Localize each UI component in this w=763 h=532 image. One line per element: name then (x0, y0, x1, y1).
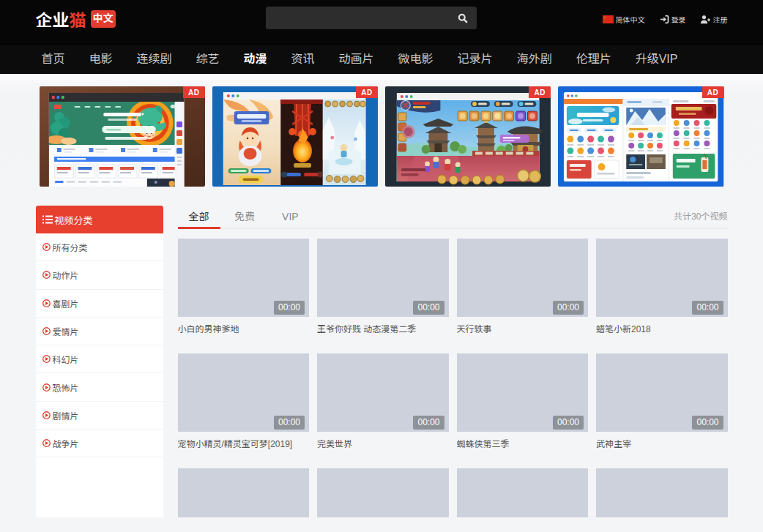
video-card[interactable]: 00:00 王爷你好贱 动态漫第二季 (317, 239, 449, 336)
main-nav: 首页 电影 连续剧 综艺 动漫 资讯 动画片 微电影 记录片 海外剧 伦理片 升… (0, 44, 763, 74)
video-title: 宠物小精灵/精灵宝可梦[2019] (178, 438, 310, 451)
video-thumbnail (178, 468, 310, 517)
ad-banner-2[interactable]: AD (212, 86, 378, 187)
video-thumbnail (596, 468, 728, 517)
tab-vip[interactable]: VIP (269, 206, 311, 229)
category-all[interactable]: 所有分类 (36, 233, 163, 261)
video-thumbnail: 00:00 (178, 353, 310, 432)
duration-badge: 00:00 (274, 416, 305, 430)
search-icon (458, 13, 468, 23)
nav-item-variety[interactable]: 综艺 (184, 45, 231, 74)
video-thumbnail (317, 468, 449, 517)
play-circle-icon (42, 271, 51, 279)
ad-banner-1-artwork (40, 86, 205, 187)
duration-badge: 00:00 (692, 416, 723, 430)
category-horror[interactable]: 恐怖片 (36, 373, 163, 401)
duration-badge: 00:00 (413, 416, 444, 430)
video-title: 蜘蛛侠第三季 (457, 438, 589, 451)
sign-in-icon (660, 15, 669, 24)
ad-banner-row: AD (36, 86, 728, 187)
video-card[interactable] (178, 468, 310, 517)
list-icon (42, 215, 53, 224)
video-thumbnail: 00:00 (596, 353, 728, 432)
sidebar-title: 视频分类 (55, 213, 93, 227)
category-war[interactable]: 战争片 (36, 430, 163, 457)
nav-item-documentary[interactable]: 记录片 (445, 45, 505, 74)
category-scifi[interactable]: 科幻片 (36, 345, 163, 373)
logo-text: 企业猫 (36, 7, 86, 31)
video-list-panel: 全部 免费 VIP 共计30个视频 00:00 小白的男神爹地 00:00 王爷… (178, 206, 728, 517)
video-thumbnail: 00:00 (317, 239, 449, 317)
duration-badge: 00:00 (553, 416, 584, 430)
content-area: 视频分类 所有分类 动作片 喜剧片 爱情片 科幻片 (36, 206, 728, 517)
filter-tabs: 全部 免费 VIP 共计30个视频 (178, 206, 728, 229)
ad-label: AD (702, 86, 724, 98)
video-count: 共计30个视频 (674, 206, 727, 228)
play-circle-icon (42, 327, 51, 335)
duration-badge: 00:00 (692, 301, 723, 315)
ad-banner-2-artwork (212, 86, 378, 187)
video-thumbnail (457, 468, 589, 517)
nav-item-overseas[interactable]: 海外剧 (505, 45, 564, 74)
login-link[interactable]: 登录 (660, 14, 686, 25)
video-card[interactable]: 00:00 蜡笔小新2018 (596, 239, 728, 336)
video-card[interactable]: 00:00 完美世界 (317, 353, 449, 451)
duration-badge: 00:00 (553, 301, 584, 315)
nav-list: 首页 电影 连续剧 综艺 动漫 资讯 动画片 微电影 记录片 海外剧 伦理片 升… (29, 45, 728, 74)
duration-badge: 00:00 (274, 301, 305, 315)
video-title: 蜡笔小新2018 (596, 323, 728, 336)
video-title: 天行轶事 (457, 323, 589, 336)
video-card[interactable] (457, 468, 589, 517)
ad-banner-4-artwork (558, 86, 723, 187)
top-bar: 企业猫 中文 简体中文 登录 注册 (0, 0, 763, 44)
category-drama[interactable]: 剧情片 (36, 402, 163, 430)
nav-item-series[interactable]: 连续剧 (124, 45, 184, 74)
register-link[interactable]: 注册 (700, 14, 728, 25)
category-romance[interactable]: 爱情片 (36, 318, 163, 345)
video-card[interactable]: 00:00 宠物小精灵/精灵宝可梦[2019] (178, 353, 310, 451)
play-circle-icon (42, 299, 51, 307)
language-label: 简体中文 (616, 14, 645, 25)
language-switch[interactable]: 简体中文 (603, 14, 645, 25)
category-action[interactable]: 动作片 (36, 261, 163, 289)
ad-banner-1[interactable]: AD (40, 86, 205, 187)
video-card[interactable]: 00:00 武神主宰 (596, 353, 728, 451)
logo-lang-badge: 中文 (91, 10, 116, 28)
video-thumbnail: 00:00 (457, 239, 589, 317)
search-input[interactable] (266, 7, 449, 29)
site-logo[interactable]: 企业猫 中文 (36, 0, 116, 38)
ad-banner-4[interactable]: AD (558, 86, 723, 187)
ad-banner-3[interactable]: AD (385, 86, 551, 187)
nav-item-anime[interactable]: 动漫 (231, 45, 279, 74)
video-card[interactable]: 00:00 小白的男神爹地 (178, 239, 310, 336)
nav-item-home[interactable]: 首页 (29, 45, 77, 74)
nav-item-vip[interactable]: 升级VIP (623, 45, 690, 74)
nav-item-news[interactable]: 资讯 (279, 45, 327, 74)
ad-label: AD (356, 86, 378, 98)
tab-free[interactable]: 免费 (223, 206, 266, 229)
nav-item-ethics[interactable]: 伦理片 (564, 45, 623, 74)
nav-item-cartoon[interactable]: 动画片 (327, 45, 386, 74)
video-title: 完美世界 (317, 438, 449, 451)
china-flag-icon (603, 15, 614, 23)
video-grid: 00:00 小白的男神爹地 00:00 王爷你好贱 动态漫第二季 00:00 天… (178, 239, 728, 517)
category-sidebar: 视频分类 所有分类 动作片 喜剧片 爱情片 科幻片 (36, 206, 163, 517)
sidebar-header: 视频分类 (36, 206, 163, 233)
video-card[interactable]: 00:00 天行轶事 (457, 239, 589, 336)
nav-item-movies[interactable]: 电影 (77, 45, 124, 74)
video-card[interactable]: 00:00 蜘蛛侠第三季 (457, 353, 589, 451)
user-plus-icon (700, 15, 711, 24)
search-button[interactable] (449, 7, 477, 29)
video-card[interactable] (596, 468, 728, 517)
ad-label: AD (183, 86, 205, 98)
video-thumbnail: 00:00 (317, 353, 449, 432)
video-card[interactable] (317, 468, 449, 517)
ad-banner-3-artwork (385, 86, 551, 187)
ad-label: AD (529, 86, 551, 98)
category-comedy[interactable]: 喜剧片 (36, 290, 163, 318)
video-thumbnail: 00:00 (596, 239, 728, 317)
search-bar (266, 7, 477, 29)
video-title: 武神主宰 (596, 438, 728, 451)
tab-all[interactable]: 全部 (178, 206, 220, 229)
nav-item-microfilm[interactable]: 微电影 (386, 45, 445, 74)
